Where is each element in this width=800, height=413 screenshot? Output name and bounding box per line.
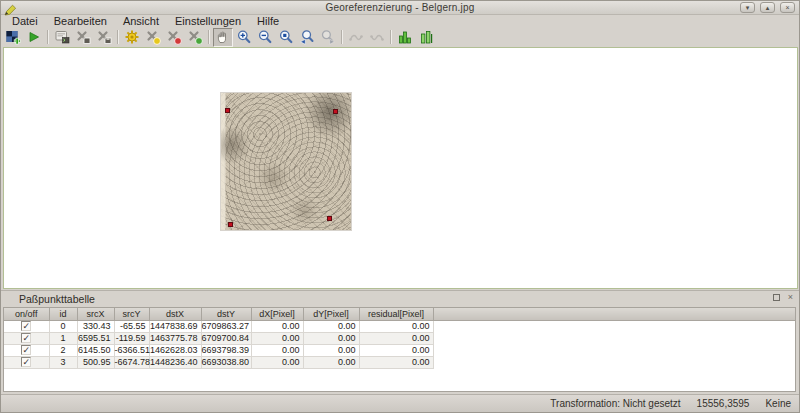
col-header-residual[interactable]: residual[Pixel] <box>359 308 433 320</box>
toolbar-separator <box>206 29 212 45</box>
link-georeferencer-to-qgis-icon[interactable] <box>346 28 366 47</box>
cell-dsty[interactable]: 6693798.39 <box>201 344 251 356</box>
cell-dstx[interactable]: 1462628.03 <box>149 344 201 356</box>
toolbar-separator <box>388 29 394 45</box>
pan-icon[interactable] <box>213 28 233 47</box>
gcp-checkbox-3[interactable]: ✓ <box>21 357 31 367</box>
menu-bearbeiten[interactable]: Bearbeiten <box>47 15 114 27</box>
georeferencer-window-icon <box>4 2 17 20</box>
col-header-filler <box>433 308 795 320</box>
col-header-srcx[interactable]: srcX <box>77 308 114 320</box>
raster-image-belgern[interactable] <box>221 93 351 230</box>
col-header-dy[interactable]: dY[Pixel] <box>303 308 359 320</box>
gcp-checkbox-2[interactable]: ✓ <box>21 345 31 355</box>
cell-dx: 0.00 <box>251 320 303 332</box>
cell-dstx[interactable]: 1463775.78 <box>149 332 201 344</box>
gcp-checkbox-1[interactable]: ✓ <box>21 333 31 343</box>
cell-dstx[interactable]: 1448236.40 <box>149 356 201 368</box>
delete-point-icon[interactable] <box>164 28 184 47</box>
cell-dsty[interactable]: 6693038.80 <box>201 356 251 368</box>
gcp-marker-2[interactable] <box>327 216 332 221</box>
cell-srcy[interactable]: -65.55 <box>114 320 149 332</box>
cell-srcy[interactable]: -6366.51 <box>114 344 149 356</box>
cell-dx: 0.00 <box>251 356 303 368</box>
zoom-in-icon[interactable] <box>234 28 254 47</box>
cell-srcy[interactable]: -119.59 <box>114 332 149 344</box>
gcp-marker-0[interactable] <box>225 108 230 113</box>
cell-dstx[interactable]: 1447838.69 <box>149 320 201 332</box>
zoom-to-layer-icon[interactable] <box>276 28 296 47</box>
cell-residual: 0.00 <box>359 344 433 356</box>
histogram-stretch-local-icon[interactable] <box>416 28 436 47</box>
cell-srcx[interactable]: 500.95 <box>77 356 114 368</box>
cell-residual: 0.00 <box>359 332 433 344</box>
col-header-srcy[interactable]: srcY <box>114 308 149 320</box>
open-raster-icon[interactable] <box>3 28 23 47</box>
cell-id: 1 <box>49 332 77 344</box>
zoom-out-icon[interactable] <box>255 28 275 47</box>
cell-dx: 0.00 <box>251 344 303 356</box>
col-header-dstx[interactable]: dstX <box>149 308 201 320</box>
cell-dy: 0.00 <box>303 332 359 344</box>
load-gcp-points-icon[interactable] <box>73 28 93 47</box>
gcp-table-area: on/off id srcX srcY dstX dstY dX[Pixel] … <box>3 307 796 392</box>
col-header-dx[interactable]: dX[Pixel] <box>251 308 303 320</box>
gcp-table: on/off id srcX srcY dstX dstY dX[Pixel] … <box>4 308 795 369</box>
generate-gdal-script-icon[interactable] <box>52 28 72 47</box>
cell-residual: 0.00 <box>359 356 433 368</box>
start-georeferencing-icon[interactable] <box>24 28 44 47</box>
toolbar-separator <box>45 29 51 45</box>
col-header-dsty[interactable]: dstY <box>201 308 251 320</box>
cell-srcy[interactable]: -6674.78 <box>114 356 149 368</box>
col-header-id[interactable]: id <box>49 308 77 320</box>
cell-id: 2 <box>49 344 77 356</box>
gcp-checkbox-0[interactable]: ✓ <box>21 321 31 331</box>
gcp-table-header-row: on/off id srcX srcY dstX dstY dX[Pixel] … <box>4 308 795 320</box>
save-gcp-points-icon[interactable] <box>94 28 114 47</box>
rotation-display: Keine <box>765 398 791 409</box>
cell-srcx[interactable]: 6145.50 <box>77 344 114 356</box>
cell-id: 0 <box>49 320 77 332</box>
close-button[interactable]: × <box>780 2 795 13</box>
dock-close-icon[interactable]: × <box>788 293 793 302</box>
dock-float-icon[interactable] <box>773 294 780 301</box>
coordinate-display: 15556,3595 <box>697 398 750 409</box>
cell-dx: 0.00 <box>251 332 303 344</box>
cell-dy: 0.00 <box>303 320 359 332</box>
cell-residual: 0.00 <box>359 320 433 332</box>
cell-dy: 0.00 <box>303 344 359 356</box>
window-titlebar[interactable]: Georeferenzierung - Belgern.jpg ▾ ▴ × <box>1 1 799 15</box>
transformation-settings-icon[interactable] <box>122 28 142 47</box>
menu-ansicht[interactable]: Ansicht <box>116 15 166 27</box>
gcp-dock-title: Paßpunkttabelle <box>1 293 95 305</box>
cell-id: 3 <box>49 356 77 368</box>
cell-srcx[interactable]: 330.43 <box>77 320 114 332</box>
cell-dy: 0.00 <box>303 356 359 368</box>
zoom-next-icon[interactable] <box>318 28 338 47</box>
move-point-icon[interactable] <box>185 28 205 47</box>
gcp-dock-titlebar[interactable]: Paßpunkttabelle × <box>1 290 799 306</box>
add-point-icon[interactable] <box>143 28 163 47</box>
map-canvas[interactable] <box>3 47 798 289</box>
menu-einstellungen[interactable]: Einstellungen <box>168 15 248 27</box>
minimize-button[interactable]: ▾ <box>740 2 755 13</box>
col-header-onoff[interactable]: on/off <box>4 308 49 320</box>
gcp-marker-3[interactable] <box>228 222 233 227</box>
zoom-last-icon[interactable] <box>297 28 317 47</box>
gcp-row-3: ✓ 3 500.95 -6674.78 1448236.40 6693038.8… <box>4 356 795 368</box>
window-title: Georeferenzierung - Belgern.jpg <box>1 2 799 13</box>
toolbar <box>1 27 799 47</box>
cell-srcx[interactable]: 6595.51 <box>77 332 114 344</box>
gcp-marker-1[interactable] <box>333 109 338 114</box>
cell-dsty[interactable]: 6709863.27 <box>201 320 251 332</box>
gcp-row-2: ✓ 2 6145.50 -6366.51 1462628.03 6693798.… <box>4 344 795 356</box>
gcp-row-0: ✓ 0 330.43 -65.55 1447838.69 6709863.27 … <box>4 320 795 332</box>
link-qgis-to-georeferencer-icon[interactable] <box>367 28 387 47</box>
transformation-status: Transformation: Nicht gesetzt <box>550 398 680 409</box>
histogram-stretch-full-icon[interactable] <box>395 28 415 47</box>
toolbar-separator <box>115 29 121 45</box>
menu-hilfe[interactable]: Hilfe <box>250 15 286 27</box>
maximize-button[interactable]: ▴ <box>760 2 775 13</box>
toolbar-separator <box>339 29 345 45</box>
cell-dsty[interactable]: 6709700.84 <box>201 332 251 344</box>
